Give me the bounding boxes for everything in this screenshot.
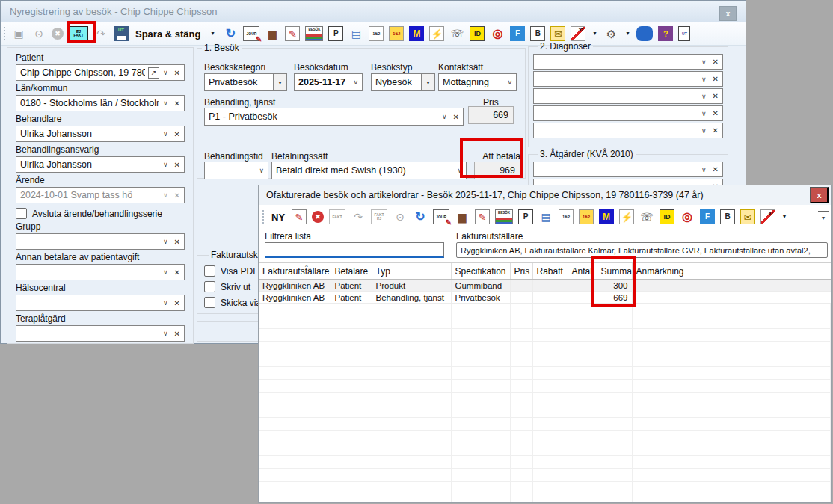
phone-sms-icon[interactable]: ☏ (639, 209, 654, 224)
patient-field-behandlingsansvarig[interactable]: Ulrika Johansson∨✕ (16, 156, 185, 173)
chevron-down-icon[interactable]: ∨ (442, 113, 447, 120)
chevron-down-icon[interactable]: ∨ (507, 79, 512, 86)
checkbox[interactable] (204, 281, 215, 292)
tools-caret-icon[interactable]: ▾ (624, 26, 631, 41)
phone-sms-icon[interactable]: ☏ (449, 26, 464, 41)
diagnos-combobox-3[interactable]: ∨✕ (533, 88, 723, 104)
exit-icon[interactable]: UT (678, 26, 690, 41)
note-edit-icon[interactable]: ✎ (292, 209, 307, 224)
settings-12-alt-icon[interactable]: 1⇅2 (389, 26, 404, 41)
chevron-down-icon[interactable]: ▾ (421, 74, 434, 90)
besok-list-icon[interactable]: BESÖK (305, 26, 323, 41)
settings-12-alt-icon[interactable]: 1⇅2 (579, 209, 594, 224)
medicine-icon[interactable]: ··· (636, 26, 653, 41)
id-icon[interactable]: ID (660, 209, 674, 224)
tools-icon[interactable]: ⚙ (603, 26, 618, 41)
checkbox[interactable] (204, 297, 215, 308)
chevron-down-icon[interactable]: ∨ (163, 69, 168, 76)
clear-icon[interactable]: ✕ (174, 69, 180, 77)
patient-field--rende[interactable]: 2024-10-01 Svamp tass hö∨✕ (16, 187, 185, 203)
delete-icon[interactable]: ✖ (312, 211, 324, 223)
chevron-down-icon[interactable]: ∨ (163, 191, 168, 199)
col-header-pris[interactable]: Pris (510, 263, 532, 280)
clear-icon[interactable]: ✕ (713, 126, 719, 135)
chevron-down-icon[interactable]: ∨ (701, 76, 707, 83)
patient-field-annan-betalare-av-patientavgift[interactable]: ∨✕ (16, 264, 185, 280)
chevron-down-icon[interactable]: ∨ (259, 167, 264, 174)
clear-icon[interactable]: ✕ (174, 330, 180, 338)
refresh-icon[interactable]: ↻ (413, 209, 428, 224)
clear-icon[interactable]: ✕ (174, 268, 180, 277)
thermometer-icon[interactable]: 37 (760, 209, 775, 224)
briefcase-icon[interactable]: ▆ (265, 26, 280, 41)
send-journal-icon[interactable]: ⚡ (429, 26, 444, 41)
patient-field-behandlare[interactable]: Ulrika Johansson∨✕ (16, 126, 185, 142)
close-icon[interactable]: x (719, 6, 737, 21)
chevron-down-icon[interactable]: ∨ (163, 330, 168, 337)
goto-journal-icon[interactable]: ↷ (351, 209, 366, 224)
note-edit-icon[interactable]: ✎ (475, 209, 490, 224)
toolbar-overflow-icon[interactable]: ▾ (818, 211, 829, 224)
clear-icon[interactable]: ✕ (713, 92, 719, 100)
patient-field-grupp[interactable]: ∨✕ (16, 233, 185, 250)
clear-icon[interactable]: ✕ (174, 238, 180, 246)
p-folder-icon[interactable]: P (518, 209, 533, 224)
lifebuoy-icon[interactable]: ◎ (490, 26, 505, 41)
save-menu-caret-icon[interactable]: ▾ (207, 26, 218, 41)
fakt-ej-icon[interactable]: FAKT EJ (371, 209, 387, 224)
clear-icon[interactable]: ✕ (713, 109, 719, 117)
patient-field-l-n-kommun[interactable]: 0180 - Stockholms län / Stockholm∨✕ (16, 95, 185, 111)
fakt-icon[interactable]: FAKT (329, 209, 345, 224)
id-icon[interactable]: ID (470, 26, 485, 41)
patient-field-patient[interactable]: Chip Chippe Chipsson, 19 780116↗∨✕ (16, 64, 185, 81)
journal-icon[interactable]: JOUR (243, 26, 259, 41)
behandlingstid-combobox[interactable]: ∨ (204, 162, 268, 179)
p-folder-icon[interactable]: P (328, 26, 343, 41)
lifebuoy-icon[interactable]: ◎ (680, 209, 695, 224)
chevron-down-icon[interactable]: ∨ (163, 130, 168, 138)
settings-12-icon[interactable]: 1⇅2 (369, 26, 384, 41)
chevron-down-icon[interactable]: ∨ (163, 268, 168, 276)
new-button[interactable]: NY (270, 209, 286, 224)
col-header-typ[interactable]: Typ (372, 263, 451, 280)
chevron-down-icon[interactable]: ∨ (701, 110, 707, 117)
kontaktsatt-combobox[interactable]: Mottagning ∨ (438, 73, 517, 91)
envelope-icon[interactable]: ✉ (740, 209, 755, 224)
refresh-icon[interactable]: ↻ (223, 26, 238, 41)
col-header-specifikation[interactable]: Specifikation (451, 263, 510, 280)
chevron-down-icon[interactable]: ∨ (163, 99, 168, 107)
m-module-icon[interactable]: M (599, 209, 614, 224)
invoice-issuer-input[interactable]: Ryggkliniken AB, Fakturautställare Kalma… (456, 242, 828, 258)
patient-field-terapi-tg-rd[interactable]: ∨✕ (16, 325, 185, 342)
clear-icon[interactable]: ✕ (174, 130, 180, 138)
patient-field-h-lsocentral[interactable]: ∨✕ (16, 295, 185, 311)
notebook-icon[interactable]: ▤ (348, 26, 363, 41)
col-header-betalare[interactable]: Betalare (331, 263, 372, 280)
chevron-down-icon[interactable]: ▾ (273, 74, 286, 90)
checkbox[interactable] (204, 265, 215, 277)
clear-icon[interactable]: ✕ (453, 113, 459, 121)
chevron-down-icon[interactable]: ∨ (353, 79, 358, 86)
thermometer-caret-icon[interactable]: ▾ (781, 209, 788, 224)
close-icon[interactable]: x (810, 187, 829, 203)
col-header-anm-rkning[interactable]: Anmärkning (632, 263, 831, 280)
clear-icon[interactable]: ✕ (713, 75, 719, 83)
filter-list-input[interactable] (265, 242, 444, 258)
envelope-icon[interactable]: ✉ (550, 26, 565, 41)
diagnos-combobox-5[interactable]: ∨✕ (533, 123, 723, 138)
settings-12-icon[interactable]: 1⇅2 (559, 209, 574, 224)
clear-icon[interactable]: ✕ (713, 58, 719, 66)
briefcase-icon[interactable]: ▆ (455, 209, 470, 224)
clear-icon[interactable]: ✕ (174, 299, 180, 307)
thermometer-caret-icon[interactable]: ▾ (591, 26, 598, 41)
copy-icon[interactable]: ▣ (11, 26, 26, 41)
chevron-down-icon[interactable]: ∨ (163, 299, 168, 307)
betalningssatt-combobox[interactable]: Betald direkt med Swish (1930) ∨ (271, 162, 467, 179)
chevron-down-icon[interactable]: ∨ (701, 166, 707, 173)
behandling-combobox[interactable]: P1 - Privatbesök ∨ ✕ (204, 108, 464, 126)
b-document-icon[interactable]: B (720, 209, 735, 224)
diagnos-combobox-4[interactable]: ∨✕ (533, 105, 723, 121)
col-header-fakturautst-llare[interactable]: Fakturautställare (259, 263, 331, 280)
save-close-label[interactable]: Spara & stäng (134, 26, 202, 41)
table-row[interactable]: Ryggkliniken ABPatientProduktGummiband30… (259, 280, 831, 292)
